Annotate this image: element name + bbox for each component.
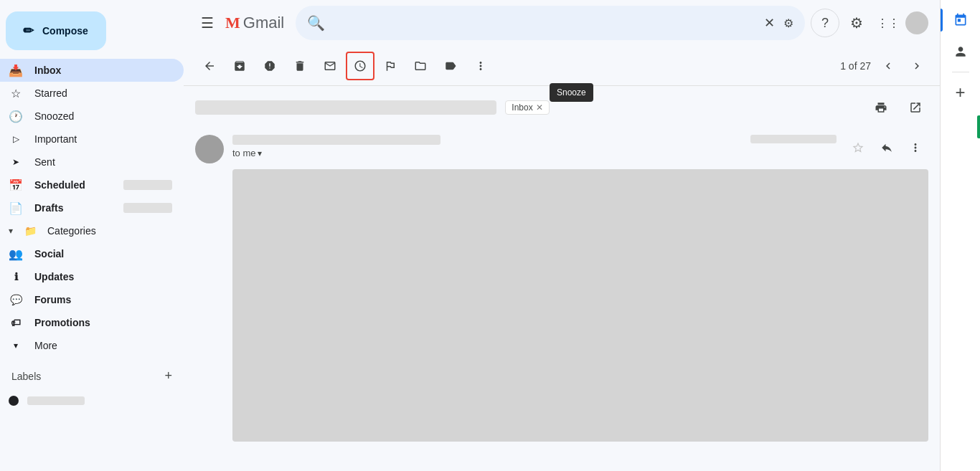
back-button[interactable]	[195, 52, 224, 80]
hamburger-menu-icon[interactable]: ☰	[195, 9, 220, 37]
sender-avatar	[195, 135, 224, 163]
social-icon: 👥	[9, 247, 23, 261]
label-button[interactable]	[436, 52, 465, 80]
more-message-actions-button[interactable]	[903, 135, 928, 161]
more-expand-icon: ▾	[9, 341, 23, 351]
sidebar-item-promotions[interactable]: 🏷 Promotions	[0, 311, 184, 334]
sidebar-item-starred[interactable]: ☆ Starred	[0, 82, 184, 105]
sent-label: Sent	[34, 156, 172, 168]
scheduled-icon: 📅	[9, 179, 23, 192]
search-icon: 🔍	[307, 14, 325, 32]
pagination: 1 of 27	[840, 54, 928, 77]
snooze-tooltip: Snooze	[550, 83, 593, 102]
email-message: to me ▾	[184, 129, 940, 453]
more-label: More	[34, 340, 172, 351]
calendar-active-indicator	[941, 9, 943, 32]
nav-menu: 📥 Inbox ☆ Starred 🕐 Snoozed ▷ Important …	[0, 59, 184, 357]
add-task-button[interactable]	[376, 52, 405, 80]
right-sidebar-add-item: +	[941, 78, 980, 107]
snooze-button[interactable]	[346, 52, 374, 80]
user-avatar[interactable]	[905, 11, 928, 34]
label-name-bar	[27, 396, 85, 405]
drafts-icon: 📄	[9, 201, 23, 215]
sidebar-item-snoozed[interactable]: 🕐 Snoozed	[0, 105, 184, 128]
sidebar-item-more[interactable]: ▾ More	[0, 334, 184, 357]
updates-icon: ℹ	[9, 271, 23, 282]
sidebar-item-categories[interactable]: ▾ 📁 Categories	[0, 219, 184, 242]
important-label: Important	[34, 133, 172, 145]
search-clear-icon[interactable]: ✕	[764, 15, 775, 31]
report-spam-button[interactable]	[255, 52, 284, 80]
next-email-button[interactable]	[905, 54, 928, 77]
to-me-text: to me	[232, 148, 256, 158]
main-area: ☰ M Gmail 🔍 ✕ ⚙ ? ⚙ ⋮⋮	[184, 0, 940, 471]
apps-grid-icon[interactable]: ⋮⋮	[874, 9, 903, 37]
email-content: Inbox ✕ to me ▾	[184, 86, 940, 471]
compose-label: Compose	[42, 25, 88, 37]
compose-button[interactable]: ✏ Compose	[6, 11, 106, 50]
starred-icon: ☆	[9, 87, 23, 100]
scheduled-badge	[123, 180, 172, 190]
scheduled-label: Scheduled	[34, 179, 112, 191]
help-icon[interactable]: ?	[811, 9, 839, 37]
sidebar-item-important[interactable]: ▷ Important	[0, 128, 184, 151]
open-in-new-button[interactable]	[903, 95, 928, 120]
promotions-label: Promotions	[34, 317, 172, 328]
settings-icon[interactable]: ⚙	[842, 9, 871, 37]
labels-section: Labels +	[0, 363, 184, 389]
categories-expand-icon: ▾	[9, 226, 13, 236]
message-header: to me ▾	[195, 135, 928, 163]
sidebar: ✏ Compose 📥 Inbox ☆ Starred 🕐 Snoozed ▷ …	[0, 0, 184, 471]
right-calendar-icon[interactable]	[946, 6, 975, 34]
categories-folder-icon: 📁	[24, 225, 36, 237]
sidebar-item-sent[interactable]: ➤ Sent	[0, 151, 184, 173]
right-add-button[interactable]: +	[946, 78, 975, 107]
sender-name-bar	[232, 135, 440, 145]
snoozed-label: Snoozed	[34, 110, 172, 122]
updates-label: Updates	[34, 271, 172, 282]
inbox-tag-close-button[interactable]: ✕	[536, 103, 543, 113]
email-toolbar: Snooze 1 of 27	[184, 46, 940, 86]
email-subject-bar	[195, 100, 496, 115]
prev-email-button[interactable]	[877, 54, 900, 77]
search-input[interactable]	[334, 16, 755, 29]
starred-label: Starred	[34, 87, 172, 99]
gmail-logo-m: M	[225, 14, 240, 32]
sender-to[interactable]: to me ▾	[232, 148, 742, 158]
print-button[interactable]	[868, 95, 894, 120]
search-bar: 🔍 ✕ ⚙	[296, 6, 805, 40]
sidebar-item-scheduled[interactable]: 📅 Scheduled	[0, 173, 184, 196]
message-body-content	[232, 169, 928, 442]
message-actions	[845, 135, 928, 161]
snoozed-icon: 🕐	[9, 110, 23, 123]
delete-button[interactable]	[286, 52, 314, 80]
dropdown-arrow-icon[interactable]: ▾	[258, 148, 262, 158]
important-icon: ▷	[9, 134, 23, 144]
star-button[interactable]	[845, 135, 871, 161]
label-item[interactable]	[0, 389, 184, 412]
promotions-icon: 🏷	[9, 317, 23, 328]
sidebar-item-forums[interactable]: 💬 Forums	[0, 288, 184, 311]
topbar: ☰ M Gmail 🔍 ✕ ⚙ ? ⚙ ⋮⋮	[184, 0, 940, 46]
pagination-text: 1 of 27	[840, 60, 871, 72]
sidebar-item-drafts[interactable]: 📄 Drafts	[0, 196, 184, 219]
sidebar-item-social[interactable]: 👥 Social	[0, 242, 184, 265]
forums-icon: 💬	[9, 294, 23, 305]
labels-add-button[interactable]: +	[164, 368, 172, 384]
message-body	[232, 169, 928, 442]
social-label: Social	[34, 248, 172, 260]
search-options-icon[interactable]: ⚙	[783, 16, 793, 30]
categories-label: Categories	[47, 225, 96, 237]
inbox-icon: 📥	[9, 64, 23, 77]
reply-button[interactable]	[874, 135, 900, 161]
forums-label: Forums	[34, 294, 172, 305]
archive-button[interactable]	[225, 52, 254, 80]
right-contacts-icon[interactable]	[946, 37, 975, 66]
sidebar-item-updates[interactable]: ℹ Updates	[0, 265, 184, 288]
move-to-button[interactable]	[406, 52, 435, 80]
more-actions-button[interactable]	[466, 52, 495, 80]
green-app-icon[interactable]	[951, 113, 980, 141]
gmail-logo-text: Gmail	[243, 14, 284, 32]
sidebar-item-inbox[interactable]: 📥 Inbox	[0, 59, 184, 82]
mark-as-unread-button[interactable]	[316, 52, 344, 80]
